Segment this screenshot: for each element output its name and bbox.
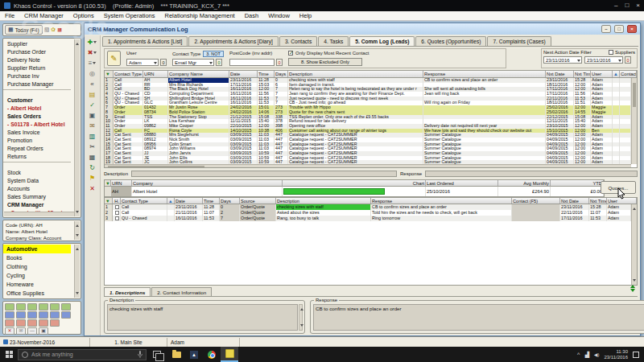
row-checkbox[interactable] (115, 216, 119, 220)
contact-type-not-count-button[interactable]: 0 (216, 59, 222, 66)
postcode-not-count-button[interactable]: 0 (276, 59, 283, 66)
quick-action-button[interactable]: ✉ (16, 327, 26, 335)
taskbar-clock[interactable]: 11:30 23/11/2016 (604, 349, 628, 360)
khaos-control-taskbar-icon[interactable] (221, 347, 238, 362)
header-urn[interactable]: URN (143, 71, 168, 77)
category-item[interactable]: Cycling (3, 271, 71, 280)
history-row[interactable]: 2 Call 21/11/2016 11:07 2 Order/Quote As… (105, 210, 631, 216)
maximize-button[interactable]: □ (625, 0, 629, 11)
menu-item[interactable]: Options (68, 12, 99, 19)
crm-tab[interactable]: 7. Complaints (Cases) (487, 36, 551, 46)
quick-action-button[interactable] (50, 319, 60, 327)
mid-response-field[interactable] (425, 171, 638, 177)
crm-tab[interactable]: 2. Appointments & Actions [Diary] (188, 36, 279, 46)
category-item[interactable]: Office Supplies (3, 289, 71, 298)
menu-item[interactable]: File (0, 12, 19, 19)
next-action-not-count-button[interactable]: 0 (625, 56, 631, 64)
detail-tab[interactable]: 1. Descriptions (104, 287, 151, 296)
header-date[interactable]: Date (175, 198, 203, 204)
sidebar-nav-item[interactable]: Sales Invoice (3, 129, 71, 137)
menu-item[interactable]: Dash (240, 12, 264, 19)
print-icon[interactable]: ▣ (85, 110, 100, 121)
sidebar-nav-item[interactable]: Stock (3, 169, 71, 177)
description-text[interactable]: checking sizes with staff (107, 304, 298, 331)
sidebar-nav-item[interactable]: Delivery Note (3, 56, 71, 64)
header-nxt-time[interactable]: Nxt Time (589, 198, 607, 204)
sidebar-nav-item[interactable]: Customer (3, 97, 71, 105)
category-item[interactable]: Clothing (3, 262, 71, 271)
sort-icon[interactable]: ▲ (167, 198, 175, 204)
cortana-search-box[interactable]: Ask me anything (18, 349, 147, 360)
photos-icon[interactable]: ▲ (185, 347, 203, 362)
confirm-icon[interactable]: ✓ (85, 100, 100, 110)
suppliers-checkbox[interactable] (609, 50, 613, 55)
remove-icon[interactable]: ✖ (85, 47, 100, 58)
contact-type-select[interactable]: Email Mgr (172, 59, 214, 66)
header-avg-monthly[interactable]: Avg Monthly (498, 180, 551, 186)
header-contact-type[interactable]: Contact Type (114, 71, 143, 77)
mid-description-field[interactable] (131, 171, 397, 177)
catalogue-icon[interactable]: ▥ (85, 131, 100, 142)
category-item[interactable]: Homeware (3, 280, 71, 289)
response-text[interactable]: CB to confirm sizes and place an order (313, 304, 644, 331)
quick-action-button[interactable] (27, 303, 37, 311)
next-action-from-date[interactable]: 23/11/2016 (543, 56, 582, 64)
task-view-button[interactable] (153, 351, 161, 358)
summary-row[interactable]: AH Albert Hotel 25/10/2016 £264.90 £0.00 (105, 187, 604, 196)
info-scrollbar[interactable] (74, 221, 80, 240)
crm-tab[interactable]: 6. Quotes (Opportunities) (415, 36, 486, 46)
tray-expand-icon[interactable]: ^ (577, 352, 580, 357)
postcode-input[interactable] (229, 59, 275, 66)
description-scrollbar[interactable] (299, 304, 303, 331)
quick-action-button[interactable] (27, 319, 37, 327)
quick-action-button[interactable] (61, 311, 71, 319)
grid-icon[interactable]: ▦ (85, 152, 100, 162)
sidebar-nav-item[interactable]: - S01178 - Albert Hotel (3, 121, 71, 129)
comm-log-vertical-scrollbar[interactable] (631, 78, 637, 164)
quick-action-button[interactable] (5, 303, 14, 311)
menu-item[interactable]: CRM Manager (19, 12, 68, 19)
header-company-name[interactable]: Company Name (168, 71, 229, 77)
crm-tab[interactable]: 4. Tasks (318, 36, 349, 46)
header-days[interactable]: Days (275, 71, 288, 77)
header-description[interactable]: Description (288, 71, 423, 77)
export-icon[interactable]: ↻ (85, 162, 100, 173)
close-button[interactable]: × (636, 0, 640, 11)
user-not-count-button[interactable]: 0 (160, 59, 167, 66)
comm-log-horizontal-scrollbar[interactable] (105, 164, 631, 167)
header-source[interactable]: Source (240, 198, 276, 204)
quick-action-button[interactable] (39, 319, 48, 327)
sidebar-nav-item[interactable]: - Albert Hotel (3, 105, 71, 113)
cut-icon[interactable]: ✂ (85, 142, 100, 152)
header-nxt-time[interactable]: Nxt Time (574, 71, 591, 77)
sidebar-nav-item[interactable]: Returns (3, 153, 71, 161)
crm-tab[interactable]: 3. Contacts (279, 36, 317, 46)
header-h[interactable]: H. (113, 198, 121, 204)
detail-tab[interactable]: 2. Contact Information (151, 287, 212, 296)
sidebar-nav-item[interactable]: Purchase Manager (3, 80, 71, 88)
sidebar-nav-item[interactable]: Sales Summary (3, 193, 71, 201)
network-icon[interactable]: ▟ (584, 352, 588, 358)
stop-icon[interactable]: ◼ (57, 27, 62, 33)
header-days[interactable]: Days (220, 198, 240, 204)
header-company[interactable]: Company (132, 180, 283, 186)
crm-maximize-button[interactable]: □ (614, 25, 624, 33)
quick-action-button[interactable] (16, 311, 26, 319)
crm-minimize-button[interactable]: – (601, 25, 611, 33)
flag-icon[interactable]: ⚑ (85, 173, 100, 183)
nav-vertical-scrollbar[interactable] (74, 39, 80, 216)
filter-icon[interactable]: ≡ (85, 58, 100, 68)
copy-icon[interactable]: ▧ (44, 27, 50, 33)
start-button[interactable] (0, 347, 18, 362)
header-urn[interactable]: URN (111, 180, 132, 186)
header-user[interactable]: User (591, 71, 613, 77)
header-response[interactable]: Response (423, 71, 546, 77)
wizard-button[interactable]: ✎ (107, 51, 121, 66)
menu-item[interactable]: Relationship Management (160, 12, 240, 19)
header-response[interactable]: Response (371, 198, 512, 204)
filter-funnel-icon[interactable]: ▼ (105, 180, 111, 186)
sidebar-nav-item[interactable]: Sales Orders (3, 113, 71, 121)
quick-action-button[interactable] (27, 311, 37, 319)
history-row[interactable]: 1 Call 23/11/2016 11:28 0 Order/Quote ch… (105, 204, 631, 210)
search-icon[interactable]: ◎ (85, 68, 100, 79)
